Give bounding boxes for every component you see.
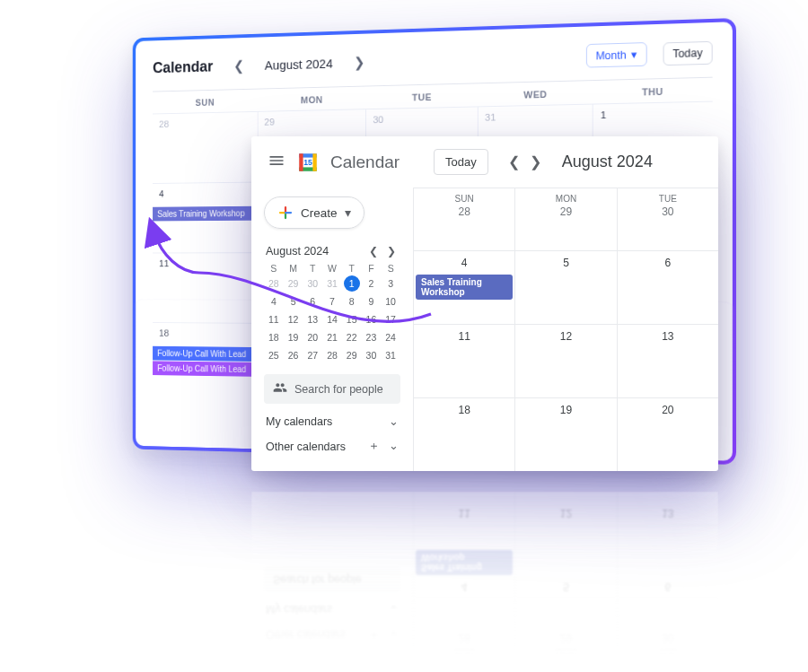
people-icon [273,380,287,397]
gc-date-cell[interactable]: 13 [617,324,718,397]
gc-date-cell[interactable]: 5 [514,250,616,324]
mini-date[interactable]: 6 [303,293,322,310]
mini-date[interactable]: 14 [322,311,342,327]
mini-date[interactable]: 22 [342,329,362,345]
mini-date[interactable]: 26 [284,347,303,363]
other-calendars-toggle[interactable]: Other calendars ＋⌄ [264,428,400,454]
gc-main-grid[interactable]: SUN28MON29TUE304Sales Training Workshop5… [413,188,718,471]
search-people-input[interactable]: Search for people [264,374,400,404]
mini-weekday: S [381,263,400,274]
mini-date[interactable]: 21 [322,329,342,345]
app-title: Calendar [153,58,213,77]
day-header: WED [479,81,593,106]
mini-date[interactable]: 16 [362,311,382,327]
add-icon[interactable]: ＋ [368,439,380,454]
mini-date[interactable]: 18 [264,329,284,345]
mini-date[interactable]: 4 [264,293,284,310]
view-dropdown[interactable]: Month ▾ [586,42,647,68]
gc-prev-button[interactable]: ❮ [505,153,524,170]
mini-date[interactable]: 25 [264,347,284,363]
mini-date[interactable]: 15 [342,311,362,327]
google-calendar-panel: 15 Calendar Today ❮ ❯ August 2024 Create… [251,136,718,471]
mini-date[interactable]: 31 [381,347,400,363]
mini-date[interactable]: 9 [362,293,382,310]
prev-month-button[interactable]: ❮ [227,53,250,80]
mini-date[interactable]: 30 [303,275,322,292]
svg-rect-4 [312,153,316,171]
gc-date-cell[interactable]: 4Sales Training Workshop [413,250,514,324]
mini-date[interactable]: 17 [381,311,400,327]
mini-weekday: M [284,263,303,274]
gc-day-header: SUN28 [413,188,514,250]
gc-date-cell[interactable]: 5 [514,526,616,599]
mini-date[interactable]: 2 [362,275,382,292]
mini-date[interactable]: 20 [303,329,322,345]
gc-date-cell[interactable]: 6 [617,526,718,599]
gc-brand: Calendar [330,153,400,172]
gc-date-cell[interactable]: 6 [617,250,718,324]
mini-weekday: F [362,263,382,274]
gc-today-button[interactable]: Today [434,149,488,175]
gc-day-header: MON29 [514,599,616,662]
google-calendar-logo: 15 [296,151,320,174]
svg-text:15: 15 [303,157,312,166]
gc-date-cell[interactable]: 20 [617,397,718,471]
mini-date[interactable]: 5 [284,293,303,310]
next-month-button[interactable]: ❯ [347,48,372,75]
mini-date[interactable]: 8 [342,293,362,310]
gc-day-header: MON29 [514,188,616,250]
mini-weekday: T [342,263,362,274]
date-cell[interactable]: 28 [153,111,258,183]
mini-date[interactable]: 11 [264,311,284,327]
mini-weekday: S [264,263,284,274]
mini-date[interactable]: 3 [381,275,400,292]
mini-calendar[interactable]: SMTWTFS282930311234567891011121314151617… [264,263,400,363]
gc-date-cell[interactable]: 19 [514,397,616,471]
day-header: TUE [366,83,479,109]
month-label: August 2024 [265,56,333,72]
mini-next-button[interactable]: ❯ [384,245,399,257]
plus-icon [277,205,294,221]
mini-date[interactable]: 7 [322,293,342,310]
gc-day-header: TUE30 [617,599,718,662]
mini-month-label: August 2024 [266,245,329,257]
today-button[interactable]: Today [663,40,712,65]
event-chip[interactable]: Sales Training Workshop [153,206,257,222]
gc-date-cell[interactable]: 4Sales Training Workshop [413,526,514,599]
chevron-down-icon: ⌄ [389,415,399,428]
mini-weekday: W [322,263,342,274]
chevron-down-icon: ▾ [631,48,637,61]
gc-date-cell[interactable]: 12 [514,324,616,397]
menu-icon[interactable] [268,152,285,173]
mini-prev-button[interactable]: ❮ [366,245,381,257]
create-button[interactable]: Create ▾ [264,196,364,229]
mini-date[interactable]: 10 [381,293,400,310]
my-calendars-toggle[interactable]: My calendars ⌄ [264,404,400,428]
day-header: THU [593,78,713,104]
mini-date[interactable]: 28 [264,275,284,292]
mini-date[interactable]: 13 [303,311,322,327]
mini-date[interactable]: 23 [362,329,382,345]
mini-date[interactable]: 1 [344,275,360,292]
mini-date[interactable]: 12 [284,311,303,327]
gc-date-cell[interactable]: 18 [413,397,514,471]
mini-date[interactable]: 29 [284,275,303,292]
mini-date[interactable]: 31 [322,275,342,292]
gc-event-chip[interactable]: Sales Training Workshop [416,275,513,300]
gc-date-cell[interactable]: 11 [413,324,514,397]
gc-event-chip[interactable]: Sales Training Workshop [416,550,513,575]
date-cell[interactable]: 4Sales Training Workshop [153,182,258,253]
mini-date[interactable]: 28 [322,347,342,363]
mini-date[interactable]: 29 [342,347,362,363]
chevron-down-icon: ⌄ [389,439,399,454]
mini-date[interactable]: 27 [303,347,322,363]
mini-date[interactable]: 24 [381,329,400,345]
day-header: SUN [153,90,258,114]
gc-next-button[interactable]: ❯ [526,153,546,170]
gc-toolbar: 15 Calendar Today ❮ ❯ August 2024 [251,136,718,188]
svg-rect-3 [299,153,303,171]
reflection-front: Other calendars＋⌄ My calendars⌄ Search f… [251,492,718,662]
mini-date[interactable]: 30 [362,347,382,363]
chevron-down-icon: ▾ [345,205,351,220]
mini-date[interactable]: 19 [284,329,303,345]
